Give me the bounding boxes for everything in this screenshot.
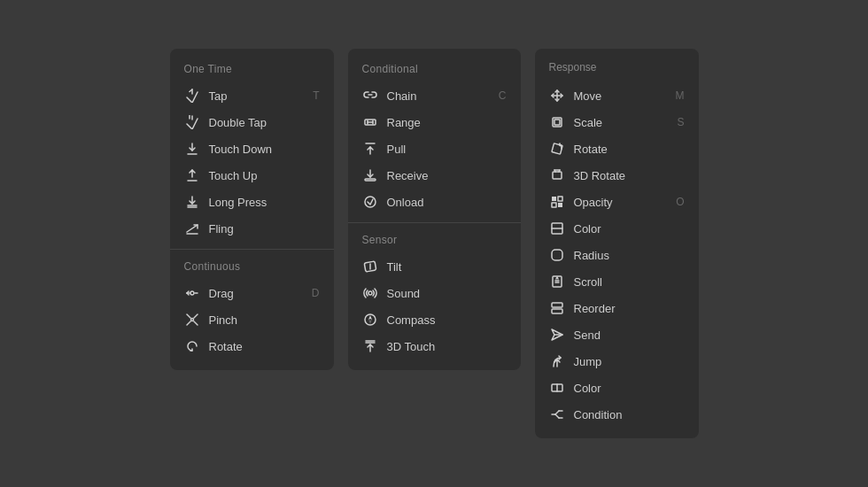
svg-rect-54: [558, 203, 562, 207]
item-sound[interactable]: Sound: [348, 280, 521, 306]
item-scroll[interactable]: Scroll: [535, 268, 699, 295]
item-onload[interactable]: Onload: [348, 189, 521, 215]
svg-line-21: [194, 321, 198, 325]
section-continuous-header: Continuous: [170, 257, 334, 280]
svg-line-11: [187, 225, 198, 232]
svg-rect-57: [552, 250, 562, 260]
range-label: Range: [387, 116, 507, 129]
sound-label: Sound: [387, 287, 507, 300]
section-one-time-header: One Time: [170, 59, 334, 82]
opacity-shortcut: O: [676, 196, 684, 208]
radius-icon: [549, 247, 565, 263]
item-scale[interactable]: Scale S: [535, 109, 699, 135]
color-icon: [549, 220, 565, 236]
scroll-label: Scroll: [574, 275, 685, 289]
scroll-icon: [549, 274, 565, 290]
svg-line-69: [555, 411, 559, 414]
touch-up-icon: [184, 167, 200, 183]
condition-label: Condition: [574, 408, 685, 421]
item-3d-touch[interactable]: 3D Touch: [348, 333, 521, 359]
reorder-label: Reorder: [574, 302, 685, 315]
tap-shortcut: T: [313, 89, 319, 102]
item-rotate[interactable]: Rotate: [535, 135, 699, 162]
send-icon: [549, 327, 565, 343]
long-press-icon: [184, 194, 200, 210]
item-color2[interactable]: Color: [535, 375, 699, 401]
opacity-icon: [549, 194, 565, 210]
reorder-icon: [549, 300, 565, 316]
item-receive[interactable]: Receive: [348, 162, 521, 189]
item-condition[interactable]: Condition: [535, 401, 699, 428]
svg-line-18: [187, 314, 190, 318]
tap-label: Tap: [209, 89, 306, 103]
item-rotate-gesture[interactable]: Rotate: [170, 333, 334, 359]
3d-touch-label: 3D Touch: [387, 340, 507, 353]
jump-label: Jump: [574, 355, 685, 368]
menus-container: One Time Tap T Double Tap Touch Down: [170, 49, 699, 438]
scale-label: Scale: [574, 116, 670, 129]
pinch-label: Pinch: [209, 313, 320, 327]
move-label: Move: [574, 89, 669, 103]
item-color[interactable]: Color: [535, 215, 699, 242]
item-touch-down[interactable]: Touch Down: [170, 135, 334, 162]
item-touch-up[interactable]: Touch Up: [170, 162, 334, 189]
item-drag[interactable]: Drag D: [170, 280, 334, 306]
item-move[interactable]: Move M: [535, 82, 699, 109]
svg-marker-38: [368, 320, 372, 324]
drag-icon: [184, 285, 200, 301]
pull-label: Pull: [387, 143, 507, 156]
svg-rect-31: [365, 179, 376, 181]
3d-rotate-icon: [549, 167, 565, 183]
item-jump[interactable]: Jump: [535, 348, 699, 375]
item-opacity[interactable]: Opacity O: [535, 189, 699, 215]
drag-label: Drag: [209, 287, 305, 300]
double-tap-label: Double Tap: [209, 116, 320, 129]
item-long-press[interactable]: Long Press: [170, 189, 334, 215]
item-fling[interactable]: Fling: [170, 215, 334, 242]
item-compass[interactable]: Compass: [348, 306, 521, 333]
fling-icon: [184, 220, 200, 236]
svg-line-70: [555, 414, 559, 418]
item-radius[interactable]: Radius: [535, 242, 699, 268]
send-label: Send: [574, 329, 685, 342]
pinch-icon: [184, 312, 200, 328]
item-3d-rotate[interactable]: 3D Rotate: [535, 162, 699, 189]
compass-label: Compass: [387, 313, 507, 327]
fling-label: Fling: [209, 222, 320, 236]
onload-label: Onload: [387, 196, 507, 209]
item-range[interactable]: Range: [348, 109, 521, 135]
long-press-label: Long Press: [209, 196, 320, 209]
svg-point-35: [368, 291, 372, 295]
tap-icon: [184, 88, 200, 104]
tilt-icon: [362, 259, 378, 274]
tilt-label: Tilt: [387, 260, 507, 274]
svg-point-32: [365, 197, 376, 207]
item-tap[interactable]: Tap T: [170, 82, 334, 109]
item-reorder[interactable]: Reorder: [535, 295, 699, 321]
chain-label: Chain: [387, 89, 492, 103]
svg-rect-47: [553, 172, 562, 179]
item-pull[interactable]: Pull: [348, 135, 521, 162]
item-pinch[interactable]: Pinch: [170, 306, 334, 333]
svg-rect-51: [552, 197, 556, 201]
pull-icon: [362, 141, 378, 157]
svg-rect-62: [552, 309, 562, 313]
right-panel: Conditional Chain C Range Pull: [348, 49, 521, 370]
svg-point-13: [190, 291, 194, 295]
section-conditional-header: Conditional: [348, 59, 521, 82]
move-shortcut: M: [676, 89, 685, 102]
rotate-gesture-label: Rotate: [209, 340, 320, 353]
scale-icon: [549, 114, 565, 130]
item-send[interactable]: Send: [535, 321, 699, 348]
section-sensor-header: Sensor: [348, 230, 521, 253]
response-header: Response: [535, 59, 699, 82]
item-double-tap[interactable]: Double Tap: [170, 109, 334, 135]
chain-icon: [362, 88, 378, 104]
touch-down-label: Touch Down: [209, 143, 320, 156]
svg-point-22: [190, 319, 193, 321]
compass-icon: [362, 312, 378, 328]
response-panel: Response Move M Scale S Rotate: [535, 49, 699, 438]
item-chain[interactable]: Chain C: [348, 82, 521, 109]
item-tilt[interactable]: Tilt: [348, 253, 521, 280]
condition-icon: [549, 406, 565, 422]
